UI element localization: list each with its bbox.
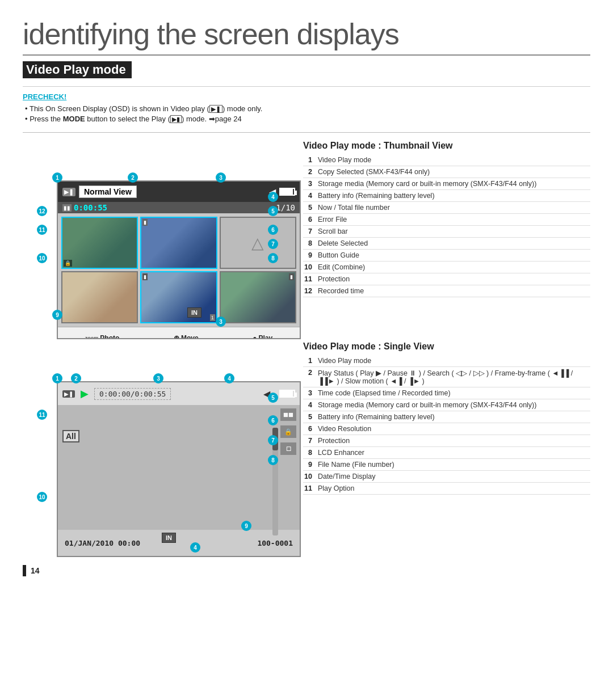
callout-2: 2 [128, 172, 138, 183]
row-text: Recorded time [316, 285, 590, 297]
row-num: 7 [303, 226, 316, 238]
thumb-protect-1: 🔒 [64, 260, 72, 267]
row-num: 6 [303, 214, 316, 226]
sv-callout-3: 3 [153, 373, 163, 383]
row-text: Battery info (Remaining battery level) [316, 411, 590, 423]
single-view-screen: ▶❚ ▶ 0:00:00/0:00:55 ◀ All ▩▩ [57, 381, 301, 557]
in-badge: IN [187, 307, 201, 318]
thumb-badge-5: ▮ [142, 273, 148, 280]
play-circle-icon: ● [253, 334, 257, 340]
thumbnail-screen-wrap: 1 2 3 4 5 6 7 8 9 10 11 12 3 [23, 141, 289, 328]
table-row: 9File Name (File number) [303, 459, 590, 471]
all-badge: All [62, 430, 79, 442]
table-row: 2Copy Selected (SMX-F43/F44 only) [303, 166, 590, 178]
cam-mode-icon: ▶❚ [62, 188, 75, 196]
table-row: 1Video Play mode [303, 154, 590, 166]
row-text: Video Play mode [316, 154, 590, 166]
thumb-cell-5[interactable]: ▮ 1 [140, 271, 217, 323]
thumbnail-view-screen: ▶❚ Normal View ◀ ▮▮ 0:00:55 [57, 180, 301, 339]
table-row: 7Protection [303, 435, 590, 447]
move-icon: ⊕ [174, 334, 179, 340]
bullet-2: Press the MODE button to select the Play… [25, 115, 590, 123]
callout-8: 8 [268, 253, 278, 263]
row-text: Storage media (Memory card or built-in m… [316, 399, 590, 411]
callout-3: 3 [216, 172, 226, 183]
move-btn[interactable]: ⊕ Move [174, 334, 199, 340]
row-num: 10 [303, 262, 316, 273]
row-num: 3 [303, 178, 316, 190]
row-text: Copy Selected (SMX-F43/F44 only) [316, 166, 590, 178]
sv-callout-11: 11 [37, 410, 47, 420]
single-bottom-bar: 01/JAN/2010 00:00 100-0001 [58, 530, 300, 556]
thumb-cell-3[interactable]: △ [220, 217, 296, 269]
sv-battery-icon [279, 390, 295, 398]
row-num: 11 [303, 483, 316, 495]
single-view-heading: Video Play mode : Single View [303, 341, 590, 352]
single-top-bar: ▶❚ ▶ 0:00:00/0:00:55 ◀ [58, 382, 300, 405]
page-title: identifying the screen displays [23, 17, 590, 56]
thumbnail-grid: 🔒 ▮ △ ▮ 1 ▮ [58, 213, 300, 327]
thumb-cell-6[interactable]: ▮ [220, 271, 296, 323]
thumb-cell-1[interactable]: 🔒 [61, 217, 138, 269]
zoom-photo-btn[interactable]: zoom Photo [85, 334, 120, 340]
table-row: 6Error File [303, 214, 590, 226]
content-divider [23, 132, 590, 133]
table-row: 9Button Guide [303, 250, 590, 262]
table-row: 5Now / Total file number [303, 202, 590, 214]
table-row: 12Recorded time [303, 285, 590, 297]
row-text: Scroll bar [316, 226, 590, 238]
row-num: 12 [303, 285, 316, 297]
callout-10: 10 [37, 253, 47, 263]
table-row: 3Time code (Elapsed time / Recorded time… [303, 387, 590, 399]
table-row: 2Play Status ( Play ▶ / Pause ⏸ ) / Sear… [303, 367, 590, 387]
thumbnail-view-heading: Video Play mode : Thumbnail View [303, 141, 590, 151]
thumbnail-view-table: Video Play mode : Thumbnail View 1Video … [303, 141, 590, 297]
record-icon: ▮▮ [62, 204, 72, 212]
warning-icon: △ [251, 234, 264, 252]
callout-7: 7 [268, 239, 278, 249]
row-text: Edit (Combine) [316, 262, 590, 273]
battery-icon [279, 188, 295, 196]
timecode-display: 0:00:00/0:00:55 [94, 388, 171, 400]
thumb-cell-4[interactable] [61, 271, 138, 323]
row-num: 5 [303, 202, 316, 214]
page-number: 14 [31, 566, 40, 575]
row-text: Time code (Elapsed time / Recorded time) [316, 387, 590, 399]
sv-date-display: 01/JAN/2010 00:00 [65, 539, 140, 547]
table-row: 10Edit (Combine) [303, 262, 590, 273]
row-num: 8 [303, 447, 316, 459]
callout-4: 4 [268, 192, 278, 202]
sv-callout-1: 1 [52, 373, 62, 383]
thumb-edit-icon: ▮ [142, 219, 148, 226]
callout-11: 11 [37, 225, 47, 235]
table-row: 1Video Play mode [303, 355, 590, 367]
table-row: 5Battery info (Remaining battery level) [303, 411, 590, 423]
row-num: 6 [303, 423, 316, 435]
single-view-table: Video Play mode : Single View 1Video Pla… [303, 341, 590, 495]
time-display: 0:00:55 [74, 203, 107, 212]
sv-cam-icon: ▶❚ [62, 390, 75, 398]
thumb-num-5: 1 [210, 314, 215, 321]
row-text: Delete Selected [316, 238, 590, 250]
table-row: 7Scroll bar [303, 226, 590, 238]
sv-callout-2: 2 [71, 373, 81, 383]
row-text: Protection [316, 435, 590, 447]
row-num: 5 [303, 411, 316, 423]
row-num: 2 [303, 367, 316, 387]
single-screen-wrap: 1 2 3 4 5 6 7 8 9 10 11 4 [23, 341, 289, 551]
callout-3b: 3 [216, 317, 226, 327]
sv-callout-4: 4 [224, 373, 234, 383]
table-row: 11Play Option [303, 483, 590, 495]
row-text: Play Option [316, 483, 590, 495]
row-text: Button Guide [316, 250, 590, 262]
play-btn[interactable]: ● Play [253, 334, 272, 340]
thumb-cell-2[interactable]: ▮ [140, 217, 217, 269]
single-middle: All ▩▩ 🔒 ☐ [58, 405, 300, 530]
row-text: Date/Time Display [316, 471, 590, 483]
table-row: 8LCD Enhancer [303, 447, 590, 459]
row-num: 3 [303, 387, 316, 399]
row-text: LCD Enhancer [316, 447, 590, 459]
file-number: 1/10 [276, 203, 295, 212]
sv-in-badge: IN [162, 533, 176, 543]
sv-callout-8: 8 [268, 455, 278, 465]
